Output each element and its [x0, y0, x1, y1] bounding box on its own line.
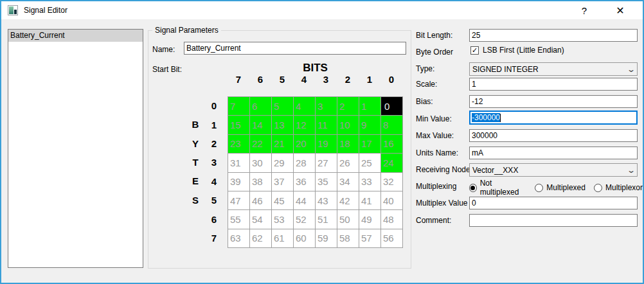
- bit-cell[interactable]: 53: [272, 210, 294, 229]
- bit-cell[interactable]: 13: [272, 116, 294, 134]
- bit-length-input[interactable]: [469, 29, 638, 42]
- bit-cell[interactable]: 28: [294, 154, 316, 172]
- bias-input[interactable]: [469, 95, 638, 108]
- bit-grid: 7654321015141312111098232221201918171631…: [228, 96, 403, 248]
- units-name-label: Units Name:: [416, 148, 458, 157]
- bit-cell[interactable]: 58: [337, 229, 359, 248]
- signal-listbox[interactable]: Battery_Current: [8, 29, 143, 268]
- bit-cell[interactable]: 6: [250, 97, 272, 116]
- close-icon[interactable]: ✕: [607, 1, 634, 19]
- bit-cell[interactable]: 10: [337, 116, 359, 134]
- lsb-first-checkbox[interactable]: ✓ LSB First (Little Endian): [470, 46, 564, 55]
- multiplexing-radio-option[interactable]: Not multiplexed: [469, 179, 526, 197]
- bit-cell[interactable]: 40: [381, 191, 403, 210]
- bit-cell[interactable]: 52: [294, 210, 316, 229]
- bit-cell[interactable]: 8: [381, 116, 403, 134]
- bit-cell[interactable]: 21: [272, 135, 294, 154]
- bit-cell[interactable]: 29: [272, 154, 294, 172]
- bit-cell[interactable]: 46: [250, 191, 272, 210]
- bit-cell[interactable]: 47: [228, 191, 250, 210]
- bytes-header-letter: Y: [190, 134, 201, 152]
- name-input[interactable]: [184, 42, 406, 55]
- type-dropdown-value: SIGNED INTEGER: [472, 65, 539, 74]
- comment-input[interactable]: [469, 214, 638, 227]
- bit-col-label: 7: [228, 74, 249, 85]
- bit-cell[interactable]: 9: [359, 116, 381, 134]
- bit-cell[interactable]: 25: [359, 154, 381, 172]
- bit-cell[interactable]: 42: [337, 191, 359, 210]
- bit-cell[interactable]: 17: [359, 135, 381, 154]
- bit-cell[interactable]: 45: [272, 191, 294, 210]
- bit-cell[interactable]: 30: [250, 154, 272, 172]
- bit-cell[interactable]: 12: [294, 116, 316, 134]
- bit-cell[interactable]: 24: [381, 154, 403, 172]
- radio-icon: [535, 184, 543, 192]
- bit-cell[interactable]: 43: [316, 191, 337, 210]
- byte-row-label: 1: [204, 115, 222, 134]
- bit-cell[interactable]: 16: [381, 135, 403, 154]
- window-title: Signal Editor: [24, 6, 67, 15]
- bit-cell[interactable]: 19: [316, 135, 337, 154]
- receiving-node-dropdown[interactable]: Vector__XXX ⌄: [469, 163, 638, 177]
- titlebar: Signal Editor ? ✕: [1, 1, 643, 19]
- bit-cell[interactable]: 7: [228, 97, 250, 116]
- bit-cell[interactable]: 11: [316, 116, 337, 134]
- bit-cell[interactable]: 60: [294, 229, 316, 248]
- bit-cell[interactable]: 27: [316, 154, 337, 172]
- bit-cell[interactable]: 54: [250, 210, 272, 229]
- bit-cell[interactable]: 62: [250, 229, 272, 248]
- bit-cell[interactable]: 48: [381, 210, 403, 229]
- bit-cell[interactable]: 49: [359, 210, 381, 229]
- bit-cell[interactable]: 37: [272, 173, 294, 191]
- bit-cell[interactable]: 22: [250, 135, 272, 154]
- bit-cell[interactable]: 3: [316, 97, 337, 116]
- bit-cell[interactable]: 31: [228, 154, 250, 172]
- bit-cell[interactable]: 33: [359, 173, 381, 191]
- radio-icon: [594, 184, 602, 192]
- bit-cell[interactable]: 44: [294, 191, 316, 210]
- max-value-input[interactable]: [469, 129, 638, 142]
- multiplexing-radio-option[interactable]: Multiplexed: [535, 183, 586, 192]
- bit-cell[interactable]: 57: [359, 229, 381, 248]
- bit-cell[interactable]: 20: [294, 135, 316, 154]
- bit-cell[interactable]: 4: [294, 97, 316, 116]
- scale-input[interactable]: [469, 78, 638, 91]
- bit-cell[interactable]: 32: [381, 173, 403, 191]
- bit-cell[interactable]: 35: [316, 173, 337, 191]
- bit-cell[interactable]: 5: [272, 97, 294, 116]
- type-label: Type:: [416, 64, 434, 73]
- bit-cell[interactable]: 34: [337, 173, 359, 191]
- name-label: Name:: [152, 45, 175, 54]
- type-dropdown[interactable]: SIGNED INTEGER ⌄: [469, 62, 638, 76]
- bit-cell[interactable]: 23: [228, 135, 250, 154]
- bit-cell[interactable]: 55: [228, 210, 250, 229]
- bit-cell[interactable]: 61: [272, 229, 294, 248]
- bytes-header: BYTES: [190, 115, 201, 209]
- bit-cell[interactable]: 51: [316, 210, 337, 229]
- bit-cell[interactable]: 15: [228, 116, 250, 134]
- multiplex-value-input[interactable]: [469, 197, 638, 209]
- bit-cell[interactable]: 39: [228, 173, 250, 191]
- bit-cell[interactable]: 41: [359, 191, 381, 210]
- min-value-input[interactable]: -300000: [469, 111, 638, 125]
- radio-option-label: Not multiplexed: [480, 179, 527, 197]
- bit-cell[interactable]: 14: [250, 116, 272, 134]
- bit-column-labels: 76543210: [228, 74, 402, 85]
- bit-cell[interactable]: 1: [359, 97, 381, 116]
- bit-cell[interactable]: 26: [337, 154, 359, 172]
- bit-cell[interactable]: 38: [250, 173, 272, 191]
- help-button[interactable]: ?: [571, 1, 598, 19]
- bit-cell[interactable]: 59: [316, 229, 337, 248]
- bit-cell[interactable]: 2: [337, 97, 359, 116]
- bit-cell[interactable]: 63: [228, 229, 250, 248]
- bit-cell[interactable]: 18: [337, 135, 359, 154]
- list-item[interactable]: Battery_Current: [8, 30, 143, 42]
- units-name-input[interactable]: [469, 146, 638, 159]
- bit-cell[interactable]: 50: [337, 210, 359, 229]
- chevron-down-icon: ⌄: [627, 65, 636, 74]
- multiplexing-radio-option[interactable]: Multiplexor: [594, 183, 643, 192]
- bit-cell[interactable]: 36: [294, 173, 316, 191]
- bit-cell[interactable]: 0: [381, 97, 403, 116]
- multiplex-value-label: Multiplex Value: [416, 199, 467, 208]
- bit-cell[interactable]: 56: [381, 229, 403, 248]
